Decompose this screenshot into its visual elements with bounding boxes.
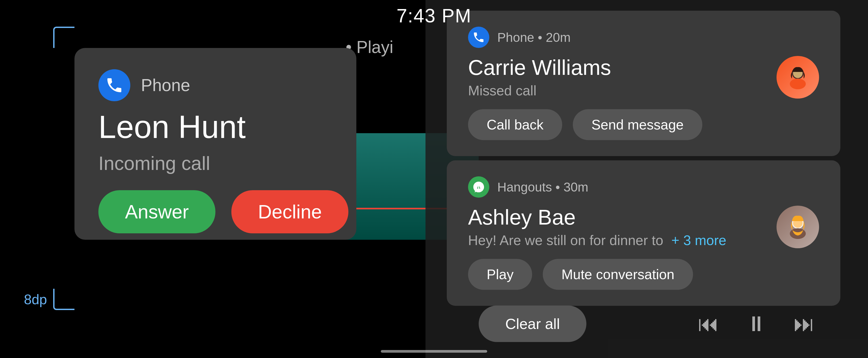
notifications-panel: Phone • 20m Carrie Williams Missed call	[447, 11, 840, 306]
play-button[interactable]: Play	[468, 259, 532, 290]
corner-bracket-bottom-left	[53, 289, 74, 310]
incoming-call-card: Phone Leon Hunt Incoming call Answer Dec…	[74, 48, 356, 240]
call-status: Incoming call	[98, 153, 333, 174]
notif-contact-carrie: Carrie Williams	[468, 56, 766, 79]
answer-button[interactable]: Answer	[98, 190, 215, 233]
notif-header-phone: Phone • 20m	[468, 27, 819, 48]
clock-time: 7:43 PM	[397, 5, 471, 26]
caller-name: Leon Hunt	[98, 109, 333, 144]
phone-app-icon	[98, 69, 130, 101]
notif-message-preview: Hey! Are we still on for dinner to + 3 m…	[468, 232, 766, 248]
phone-svg-icon	[472, 31, 485, 44]
notif-body-phone: Carrie Williams Missed call	[468, 56, 819, 99]
mute-conversation-button[interactable]: Mute conversation	[543, 259, 693, 290]
notif-header-hangouts: Hangouts • 30m	[468, 176, 819, 198]
notif-phone-icon	[468, 27, 489, 48]
dp-label: 8dp	[24, 292, 47, 307]
home-indicator	[381, 350, 487, 353]
notif-contact-ashley: Ashley Bae	[468, 205, 766, 229]
ashley-avatar-image	[784, 214, 811, 240]
carrie-avatar-image	[784, 64, 811, 90]
decline-button[interactable]: Decline	[231, 190, 348, 233]
notif-text-hangouts: Ashley Bae Hey! Are we still on for dinn…	[468, 205, 766, 248]
avatar-ashley	[777, 205, 819, 248]
notif-text-phone: Carrie Williams Missed call	[468, 56, 766, 99]
notif-hangouts-app-name: Hangouts • 30m	[497, 180, 588, 194]
corner-bracket-top-left	[53, 27, 74, 48]
phone-icon	[105, 76, 124, 94]
media-bar: Clear all ⏮ ⏸ ⏭	[426, 305, 868, 342]
call-back-button[interactable]: Call back	[468, 109, 562, 140]
notif-phone-app-name: Phone • 20m	[497, 30, 571, 45]
previous-track-button[interactable]: ⏮	[698, 312, 719, 336]
pause-button[interactable]: ⏸	[746, 312, 767, 336]
hangouts-svg-icon	[472, 181, 485, 193]
notification-card-phone: Phone • 20m Carrie Williams Missed call	[447, 11, 840, 156]
notif-actions-hangouts: Play Mute conversation	[468, 259, 819, 290]
next-track-button[interactable]: ⏭	[794, 312, 815, 336]
notif-body-hangouts: Ashley Bae Hey! Are we still on for dinn…	[468, 205, 819, 248]
avatar-carrie	[777, 56, 819, 99]
notification-card-hangouts: Hangouts • 30m Ashley Bae Hey! Are we st…	[447, 160, 840, 306]
notif-missed-call: Missed call	[468, 83, 766, 99]
notif-hangouts-icon	[468, 176, 489, 198]
media-controls: ⏮ ⏸ ⏭	[698, 312, 815, 336]
call-app-name: Phone	[141, 75, 190, 95]
svg-point-1	[790, 79, 806, 89]
clear-all-button[interactable]: Clear all	[479, 305, 586, 342]
call-card-header: Phone	[98, 69, 333, 101]
send-message-button[interactable]: Send message	[573, 109, 702, 140]
time-bar: 7:43 PM	[0, 0, 868, 27]
call-actions: Answer Decline	[98, 190, 333, 233]
notif-more-label: + 3 more	[672, 232, 726, 248]
notif-actions-phone: Call back Send message	[468, 109, 819, 140]
